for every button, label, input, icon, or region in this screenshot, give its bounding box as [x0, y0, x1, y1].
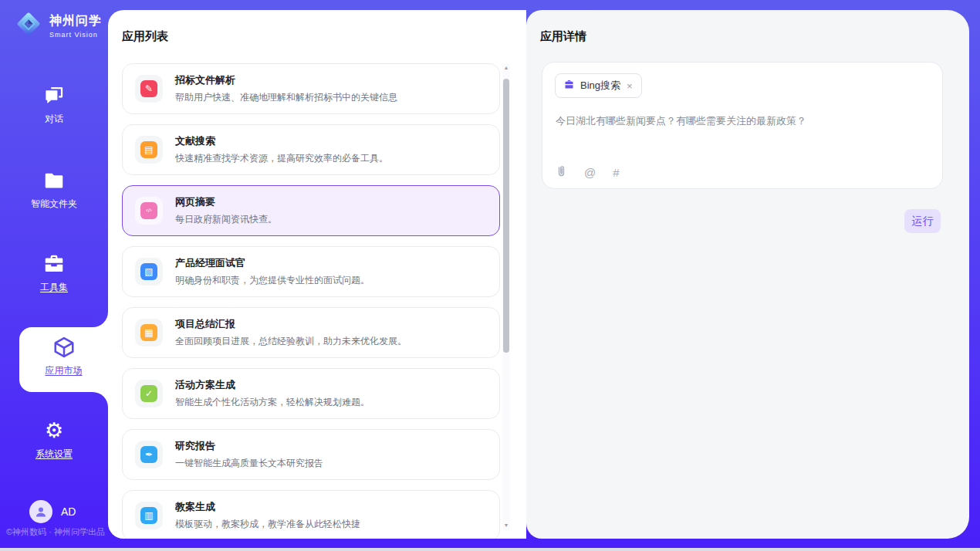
briefcase-icon	[563, 79, 575, 93]
app-detail-title: 应用详情	[540, 29, 586, 44]
app-name: 研究报告	[175, 439, 323, 453]
app-desc: 快速精准查找学术资源，提高研究效率的必备工具。	[175, 152, 388, 165]
sidebar-item-label: 智能文件夹	[0, 198, 108, 211]
brand-logo: 神州问学 Smart Vision	[14, 9, 102, 42]
app-desc: 模板驱动，教案秒成，教学准备从此轻松快捷	[175, 518, 360, 531]
app-name: 项目总结汇报	[175, 317, 407, 331]
window-bottom-edge	[0, 548, 980, 551]
diamond-logo-icon	[14, 9, 43, 42]
sidebar: 神州问学 Smart Vision 对话 智能文件夹	[0, 0, 108, 551]
avatar	[29, 500, 52, 523]
ink-pen-icon: ✒	[135, 441, 163, 468]
toolbox-icon	[0, 252, 108, 276]
sidebar-item-chat[interactable]: 对话	[0, 83, 108, 126]
app-card-event-plan[interactable]: ✓ 活动方案生成 智能生成个性化活动方案，轻松解决规划难题。	[122, 368, 500, 419]
close-icon[interactable]: ×	[626, 80, 634, 92]
bubble-curve-top	[93, 312, 108, 327]
book-icon: ▤	[135, 136, 163, 164]
app-list-title: 应用列表	[122, 29, 168, 44]
brand-name: 神州问学	[49, 13, 102, 29]
sidebar-item-label: 系统设置	[0, 448, 108, 461]
books-icon: ▥	[135, 502, 163, 529]
app-desc: 一键智能生成高质量长文本研究报告	[175, 457, 323, 470]
composer-toolbar: @ #	[556, 164, 620, 181]
app-detail-panel: 应用详情 Bing搜索 × 今日湖北有哪些新闻要点？有哪些需要关注的最新政策？	[526, 10, 969, 539]
sidebar-item-settings[interactable]: ⚙ 系统设置	[0, 418, 108, 461]
folder-icon	[0, 168, 108, 193]
hash-icon[interactable]: #	[613, 166, 619, 179]
app-list-panel: 应用列表 ✎ 招标文件解析 帮助用户快速、准确地理解和解析招标书中的关键信息 ▤…	[108, 10, 526, 539]
app-name: 活动方案生成	[175, 378, 370, 392]
copyright-text: ©神州数码 · 神州问学出品	[6, 526, 108, 538]
app-card-research-report[interactable]: ✒ 研究报告 一键智能生成高质量长文本研究报告	[122, 429, 500, 480]
chat-icon	[0, 83, 108, 108]
scrollbar-thumb[interactable]	[503, 79, 509, 353]
app-desc: 明确身份和职责，为您提供专业性的面试问题。	[175, 274, 370, 287]
app-card-project-summary[interactable]: ▦ 项目总结汇报 全面回顾项目进展，总结经验教训，助力未来优化发展。	[122, 307, 500, 358]
app-name: 招标文件解析	[175, 73, 397, 87]
sidebar-item-smart-folder[interactable]: 智能文件夹	[0, 168, 108, 211]
scroll-down-icon[interactable]: ▼	[502, 521, 510, 530]
app-card-lesson-plan[interactable]: ▥ 教案生成 模板驱动，教案秒成，教学准备从此轻松快捷	[122, 490, 500, 539]
tool-tag-bing-search[interactable]: Bing搜索 ×	[555, 73, 642, 98]
edit-icon: ✎	[135, 75, 163, 103]
app-name: 产品经理面试官	[175, 256, 370, 270]
clipboard-check-icon: ✓	[135, 380, 163, 407]
resume-icon: ▧	[135, 258, 163, 286]
cube-icon	[19, 335, 108, 360]
prompt-card[interactable]: Bing搜索 × 今日湖北有哪些新闻要点？有哪些需要关注的最新政策？ @ #	[542, 62, 943, 189]
prompt-text[interactable]: 今日湖北有哪些新闻要点？有哪些需要关注的最新政策？	[556, 113, 926, 129]
app-name: 文献搜索	[175, 134, 388, 148]
sidebar-item-label: 工具集	[0, 281, 108, 294]
sidebar-item-toolset[interactable]: 工具集	[0, 252, 108, 294]
app-desc: 智能生成个性化活动方案，轻松解决规划难题。	[175, 396, 370, 409]
app-card-pm-interviewer[interactable]: ▧ 产品经理面试官 明确身份和职责，为您提供专业性的面试问题。	[122, 246, 500, 297]
notepad-icon: ▦	[135, 319, 163, 346]
user-name: AD	[61, 505, 76, 518]
attachment-icon[interactable]	[556, 164, 567, 181]
user-account[interactable]: AD	[29, 500, 76, 523]
app-name: 网页摘要	[175, 195, 277, 209]
scroll-up-icon[interactable]: ▲	[502, 63, 510, 73]
app-desc: 帮助用户快速、准确地理解和解析招标书中的关键信息	[175, 91, 397, 104]
app-card-literature-search[interactable]: ▤ 文献搜索 快速精准查找学术资源，提高研究效率的必备工具。	[122, 124, 500, 175]
run-button[interactable]: 运行	[904, 209, 941, 233]
gear-icon: ⚙	[0, 418, 108, 443]
sidebar-item-label: 应用市场	[19, 364, 108, 377]
app-name: 教案生成	[175, 500, 360, 514]
bubble-curve-bottom	[93, 392, 108, 407]
app-card-web-summary[interactable]: ‹/› 网页摘要 每日政府新闻资讯快查。	[122, 185, 500, 236]
list-scrollbar[interactable]: ▲ ▼	[502, 63, 510, 530]
app-window: 神州问学 Smart Vision 对话 智能文件夹	[0, 0, 980, 551]
mention-icon[interactable]: @	[584, 166, 596, 179]
app-card-bid-parse[interactable]: ✎ 招标文件解析 帮助用户快速、准确地理解和解析招标书中的关键信息	[122, 63, 500, 114]
app-desc: 每日政府新闻资讯快查。	[175, 213, 277, 226]
tool-tag-label: Bing搜索	[580, 79, 620, 93]
app-desc: 全面回顾项目进展，总结经验教训，助力未来优化发展。	[175, 335, 407, 348]
brand-subtitle: Smart Vision	[49, 31, 102, 39]
sidebar-item-app-market[interactable]: 应用市场	[19, 327, 108, 392]
browser-code-icon: ‹/›	[135, 197, 163, 225]
sidebar-item-label: 对话	[0, 113, 108, 126]
